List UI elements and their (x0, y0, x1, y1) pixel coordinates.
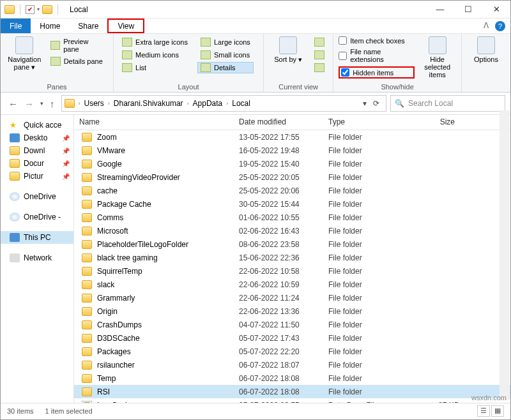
layout-large-icons[interactable]: Large icons (197, 36, 254, 48)
breadcrumb[interactable]: Users (82, 98, 107, 109)
qat-dropdown-icon[interactable]: ▾ (37, 6, 40, 12)
scrollbar[interactable] (500, 110, 510, 400)
details-pane-button[interactable]: Details pane (47, 56, 108, 67)
sidebar-quick-access[interactable]: ★Quick acce (1, 119, 73, 131)
table-row[interactable]: rsilauncher06-07-2022 18:07File folder (74, 358, 510, 371)
folder-icon (82, 186, 92, 195)
options-button[interactable]: Options (467, 36, 505, 63)
layout-list[interactable]: List (119, 62, 191, 73)
minimize-button[interactable]: — (426, 1, 454, 19)
properties-qat-button[interactable]: ✔ (26, 5, 34, 14)
sidebar-label: This PC (24, 233, 51, 242)
table-row[interactable]: Package Cache30-05-2022 15:44File folder (74, 197, 510, 211)
details-view-button[interactable]: ☰ (477, 405, 490, 417)
table-row[interactable]: Packages05-07-2022 22:20File folder (74, 345, 510, 358)
file-name: SquirrelTemp (97, 267, 239, 276)
column-size[interactable]: Size (397, 115, 461, 130)
table-row[interactable]: Microsoft02-06-2022 16:43File folder (74, 224, 510, 237)
ribbon: Navigation pane ▾ Preview pane Details p… (1, 34, 510, 93)
collapse-ribbon-button[interactable]: ᐱ (480, 19, 492, 33)
sidebar-network[interactable]: Network (1, 251, 73, 264)
address-dropdown-button[interactable]: ▾ (363, 99, 367, 108)
back-button[interactable]: ← (6, 97, 20, 110)
table-row[interactable]: CrashDumps04-07-2022 11:50File folder (74, 318, 510, 331)
breadcrumb[interactable]: Dharani.Shivakumar (111, 98, 186, 109)
table-row[interactable]: StreamingVideoProvider25-05-2022 20:05Fi… (74, 170, 510, 184)
recent-locations-button[interactable]: ▾ (38, 99, 46, 108)
breadcrumb-sep[interactable]: › (226, 100, 228, 107)
content-area: Name Date modified Type Size Zoom13-05-2… (74, 115, 510, 403)
forward-button[interactable]: → (22, 97, 36, 110)
table-row[interactable]: cache25-05-2022 20:06File folder (74, 184, 510, 197)
sidebar-item[interactable]: Deskto📌 (1, 131, 73, 144)
breadcrumb-sep[interactable]: › (187, 100, 189, 107)
table-row[interactable]: VMware16-05-2022 19:48File folder (74, 144, 510, 157)
help-button[interactable]: ? (495, 21, 505, 31)
hidden-items-input[interactable] (341, 68, 349, 77)
status-selected-count: 1 item selected (45, 407, 93, 415)
column-type[interactable]: Type (323, 115, 397, 130)
item-check-boxes-input[interactable] (339, 36, 347, 45)
table-row[interactable]: Origin22-06-2022 13:36File folder (74, 304, 510, 318)
size-columns-button[interactable] (311, 62, 328, 73)
table-row[interactable]: Zoom13-05-2022 17:55File folder (74, 130, 510, 144)
hidden-items-checkbox[interactable]: Hidden items (339, 66, 415, 79)
sidebar-onedrive[interactable]: OneDrive (1, 190, 73, 203)
tab-file[interactable]: File (1, 19, 31, 33)
file-list[interactable]: Zoom13-05-2022 17:55File folderVMware16-… (74, 130, 510, 403)
thumbnails-view-button[interactable]: ▦ (491, 405, 504, 417)
table-row[interactable]: RSI06-07-2022 18:08File folder (74, 385, 510, 398)
up-button[interactable]: ↑ (47, 97, 57, 110)
new-folder-qat-button[interactable] (42, 5, 52, 14)
table-row[interactable]: IconCache05-07-2022 23:55Data Base File8… (74, 398, 510, 403)
table-row[interactable]: Grammarly22-06-2022 11:24File folder (74, 291, 510, 304)
file-type: File folder (328, 200, 402, 209)
preview-pane-button[interactable]: Preview pane (47, 36, 108, 54)
folder-icon[interactable] (4, 5, 15, 14)
file-name-extensions-input[interactable] (339, 52, 347, 60)
layout-small-icons[interactable]: Small icons (197, 49, 254, 61)
table-row[interactable]: Temp06-07-2022 18:08File folder (74, 371, 510, 385)
maximize-button[interactable]: ☐ (454, 1, 482, 19)
file-type: File folder (328, 334, 402, 343)
item-check-boxes-checkbox[interactable]: Item check boxes (339, 36, 415, 45)
file-date: 30-05-2022 15:44 (239, 200, 328, 209)
file-name-extensions-checkbox[interactable]: File name extensions (339, 48, 415, 63)
sidebar-item[interactable]: Docur📌 (1, 157, 73, 170)
sort-by-button[interactable]: Sort by ▾ (269, 36, 307, 64)
sidebar-item[interactable]: Pictur📌 (1, 170, 73, 183)
table-row[interactable]: slack22-06-2022 10:59File folder (74, 278, 510, 291)
tab-share[interactable]: Share (69, 19, 107, 33)
sidebar-onedrive-personal[interactable]: OneDrive - (1, 211, 73, 223)
refresh-button[interactable]: ⟳ (373, 99, 379, 108)
navigation-pane-button[interactable]: Navigation pane ▾ (6, 36, 43, 71)
tab-view[interactable]: View (107, 19, 144, 33)
column-date[interactable]: Date modified (234, 115, 323, 130)
table-row[interactable]: Comms01-06-2022 10:55File folder (74, 211, 510, 224)
sidebar-item[interactable]: Downl📌 (1, 144, 73, 157)
table-row[interactable]: SquirrelTemp22-06-2022 10:58File folder (74, 264, 510, 278)
hide-selected-items-button[interactable]: Hide selected items (418, 36, 456, 79)
breadcrumb-sep[interactable]: › (108, 100, 110, 107)
breadcrumb[interactable]: AppData (190, 98, 225, 109)
breadcrumb[interactable]: Local (229, 98, 253, 109)
layout-details[interactable]: Details (197, 62, 254, 73)
file-type: File folder (328, 347, 402, 356)
layout-extra-large-icons[interactable]: Extra large icons (119, 36, 191, 48)
hidden-items-label: Hidden items (353, 69, 393, 77)
sidebar-this-pc[interactable]: This PC (1, 231, 73, 244)
group-by-button[interactable] (311, 36, 328, 48)
layout-medium-icons[interactable]: Medium icons (119, 49, 191, 61)
table-row[interactable]: black tree gaming15-06-2022 22:36File fo… (74, 251, 510, 264)
breadcrumb-sep[interactable]: › (79, 100, 80, 107)
search-box[interactable]: 🔍 Search Local (390, 95, 505, 112)
tab-home[interactable]: Home (31, 19, 69, 33)
column-name[interactable]: Name (74, 115, 234, 130)
table-row[interactable]: Google19-05-2022 15:40File folder (74, 157, 510, 170)
address-bar[interactable]: › Users› Dharani.Shivakumar› AppData› Lo… (61, 95, 387, 112)
add-columns-button[interactable] (311, 49, 328, 61)
table-row[interactable]: D3DSCache05-07-2022 17:43File folder (74, 331, 510, 345)
pin-icon: 📌 (62, 135, 70, 142)
close-button[interactable]: ✕ (482, 1, 510, 19)
table-row[interactable]: PlaceholderTileLogoFolder08-06-2022 23:5… (74, 237, 510, 251)
